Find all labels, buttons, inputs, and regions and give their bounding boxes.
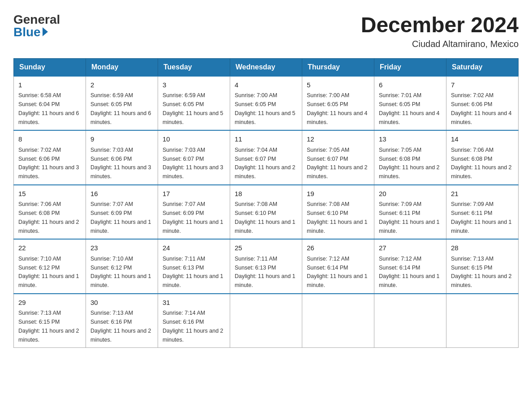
calendar-cell-1-1: 1 Sunrise: 6:58 AMSunset: 6:04 PMDayligh…: [14, 76, 86, 131]
logo-general-text: General: [13, 13, 60, 26]
title-section: December 2024 Ciudad Altamirano, Mexico: [361, 13, 519, 49]
day-number: 3: [163, 80, 225, 90]
day-info: Sunrise: 7:13 AMSunset: 6:15 PMDaylight:…: [18, 310, 79, 342]
header-monday: Monday: [86, 58, 158, 76]
day-info: Sunrise: 7:00 AMSunset: 6:05 PMDaylight:…: [235, 92, 296, 125]
calendar-cell-1-4: 4 Sunrise: 7:00 AMSunset: 6:05 PMDayligh…: [230, 76, 302, 131]
day-number: 7: [451, 80, 514, 90]
calendar-cell-4-5: 26 Sunrise: 7:12 AMSunset: 6:14 PMDaylig…: [302, 239, 374, 294]
calendar-cell-4-7: 28 Sunrise: 7:13 AMSunset: 6:15 PMDaylig…: [446, 239, 519, 294]
day-info: Sunrise: 7:03 AMSunset: 6:06 PMDaylight:…: [90, 147, 151, 180]
calendar-cell-2-5: 12 Sunrise: 7:05 AMSunset: 6:07 PMDaylig…: [302, 130, 374, 185]
day-info: Sunrise: 7:02 AMSunset: 6:06 PMDaylight:…: [18, 147, 79, 180]
day-info: Sunrise: 7:11 AMSunset: 6:13 PMDaylight:…: [163, 256, 223, 288]
day-info: Sunrise: 7:11 AMSunset: 6:13 PMDaylight:…: [235, 256, 296, 288]
calendar-cell-2-4: 11 Sunrise: 7:04 AMSunset: 6:07 PMDaylig…: [230, 130, 302, 185]
calendar-cell-2-1: 8 Sunrise: 7:02 AMSunset: 6:06 PMDayligh…: [14, 130, 86, 185]
calendar-cell-5-2: 30 Sunrise: 7:13 AMSunset: 6:16 PMDaylig…: [86, 294, 158, 348]
day-number: 22: [18, 243, 81, 253]
header-tuesday: Tuesday: [158, 58, 230, 76]
calendar-cell-4-4: 25 Sunrise: 7:11 AMSunset: 6:13 PMDaylig…: [230, 239, 302, 294]
day-number: 1: [18, 80, 81, 90]
calendar-cell-3-7: 21 Sunrise: 7:09 AMSunset: 6:11 PMDaylig…: [446, 185, 519, 240]
logo-blue-text: Blue: [13, 26, 41, 39]
day-number: 15: [18, 189, 81, 199]
day-info: Sunrise: 7:10 AMSunset: 6:12 PMDaylight:…: [18, 256, 79, 288]
header-sunday: Sunday: [14, 58, 86, 76]
day-number: 11: [235, 134, 297, 145]
calendar-week-4: 22 Sunrise: 7:10 AMSunset: 6:12 PMDaylig…: [14, 239, 519, 294]
header-friday: Friday: [374, 58, 446, 76]
day-number: 2: [90, 80, 153, 90]
calendar-cell-2-2: 9 Sunrise: 7:03 AMSunset: 6:06 PMDayligh…: [86, 130, 158, 185]
calendar-header: Sunday Monday Tuesday Wednesday Thursday…: [14, 58, 519, 76]
day-number: 4: [235, 80, 297, 90]
day-number: 16: [90, 189, 153, 199]
calendar-cell-3-6: 20 Sunrise: 7:09 AMSunset: 6:11 PMDaylig…: [374, 185, 446, 240]
calendar-cell-5-6: [374, 294, 446, 348]
day-info: Sunrise: 6:59 AMSunset: 6:05 PMDaylight:…: [163, 92, 223, 125]
day-number: 17: [163, 189, 225, 199]
day-number: 27: [379, 243, 442, 253]
calendar-cell-5-4: [230, 294, 302, 348]
day-number: 25: [235, 243, 297, 253]
day-info: Sunrise: 7:13 AMSunset: 6:16 PMDaylight:…: [90, 310, 151, 342]
day-info: Sunrise: 7:12 AMSunset: 6:14 PMDaylight:…: [379, 256, 440, 288]
calendar-cell-2-6: 13 Sunrise: 7:05 AMSunset: 6:08 PMDaylig…: [374, 130, 446, 185]
calendar-cell-1-2: 2 Sunrise: 6:59 AMSunset: 6:05 PMDayligh…: [86, 76, 158, 131]
calendar-week-1: 1 Sunrise: 6:58 AMSunset: 6:04 PMDayligh…: [14, 76, 519, 131]
day-info: Sunrise: 6:58 AMSunset: 6:04 PMDaylight:…: [18, 92, 79, 125]
day-number: 9: [90, 134, 153, 145]
day-info: Sunrise: 7:09 AMSunset: 6:11 PMDaylight:…: [451, 201, 512, 234]
calendar-cell-4-6: 27 Sunrise: 7:12 AMSunset: 6:14 PMDaylig…: [374, 239, 446, 294]
day-number: 23: [90, 243, 153, 253]
header-wednesday: Wednesday: [230, 58, 302, 76]
day-number: 6: [379, 80, 442, 90]
day-info: Sunrise: 7:03 AMSunset: 6:07 PMDaylight:…: [163, 147, 223, 180]
calendar-cell-1-5: 5 Sunrise: 7:00 AMSunset: 6:05 PMDayligh…: [302, 76, 374, 131]
day-number: 5: [307, 80, 369, 90]
calendar-header-row: Sunday Monday Tuesday Wednesday Thursday…: [14, 58, 519, 76]
day-info: Sunrise: 7:14 AMSunset: 6:16 PMDaylight:…: [163, 310, 223, 342]
calendar-cell-1-3: 3 Sunrise: 6:59 AMSunset: 6:05 PMDayligh…: [158, 76, 230, 131]
day-info: Sunrise: 6:59 AMSunset: 6:05 PMDaylight:…: [90, 92, 151, 125]
day-number: 8: [18, 134, 81, 145]
day-number: 28: [451, 243, 514, 253]
day-number: 14: [451, 134, 514, 145]
page-header: General Blue December 2024 Ciudad Altami…: [13, 13, 519, 49]
day-number: 20: [379, 189, 442, 199]
day-number: 30: [90, 298, 153, 308]
day-info: Sunrise: 7:08 AMSunset: 6:10 PMDaylight:…: [235, 201, 296, 234]
day-info: Sunrise: 7:06 AMSunset: 6:08 PMDaylight:…: [451, 147, 512, 180]
day-number: 26: [307, 243, 369, 253]
calendar-cell-5-5: [302, 294, 374, 348]
calendar-cell-2-3: 10 Sunrise: 7:03 AMSunset: 6:07 PMDaylig…: [158, 130, 230, 185]
day-info: Sunrise: 7:05 AMSunset: 6:07 PMDaylight:…: [307, 147, 368, 180]
calendar-cell-5-7: [446, 294, 519, 348]
day-number: 24: [163, 243, 225, 253]
day-info: Sunrise: 7:02 AMSunset: 6:06 PMDaylight:…: [451, 92, 512, 125]
calendar-table: Sunday Monday Tuesday Wednesday Thursday…: [13, 58, 519, 348]
calendar-cell-5-1: 29 Sunrise: 7:13 AMSunset: 6:15 PMDaylig…: [14, 294, 86, 348]
calendar-cell-4-1: 22 Sunrise: 7:10 AMSunset: 6:12 PMDaylig…: [14, 239, 86, 294]
day-info: Sunrise: 7:08 AMSunset: 6:10 PMDaylight:…: [307, 201, 368, 234]
day-number: 12: [307, 134, 369, 145]
location-text: Ciudad Altamirano, Mexico: [361, 39, 519, 49]
day-number: 10: [163, 134, 225, 145]
day-info: Sunrise: 7:10 AMSunset: 6:12 PMDaylight:…: [90, 256, 151, 288]
calendar-week-2: 8 Sunrise: 7:02 AMSunset: 6:06 PMDayligh…: [14, 130, 519, 185]
day-info: Sunrise: 7:09 AMSunset: 6:11 PMDaylight:…: [379, 201, 440, 234]
calendar-cell-3-1: 15 Sunrise: 7:06 AMSunset: 6:08 PMDaylig…: [14, 185, 86, 240]
calendar-week-3: 15 Sunrise: 7:06 AMSunset: 6:08 PMDaylig…: [14, 185, 519, 240]
calendar-cell-2-7: 14 Sunrise: 7:06 AMSunset: 6:08 PMDaylig…: [446, 130, 519, 185]
calendar-body: 1 Sunrise: 6:58 AMSunset: 6:04 PMDayligh…: [14, 76, 519, 348]
month-title: December 2024: [361, 13, 519, 37]
header-saturday: Saturday: [446, 58, 519, 76]
day-number: 13: [379, 134, 442, 145]
day-info: Sunrise: 7:00 AMSunset: 6:05 PMDaylight:…: [307, 92, 368, 125]
logo: General Blue: [13, 13, 60, 39]
calendar-cell-4-2: 23 Sunrise: 7:10 AMSunset: 6:12 PMDaylig…: [86, 239, 158, 294]
logo-arrow-icon: [43, 27, 48, 36]
day-info: Sunrise: 7:06 AMSunset: 6:08 PMDaylight:…: [18, 201, 79, 234]
day-info: Sunrise: 7:01 AMSunset: 6:05 PMDaylight:…: [379, 92, 440, 125]
